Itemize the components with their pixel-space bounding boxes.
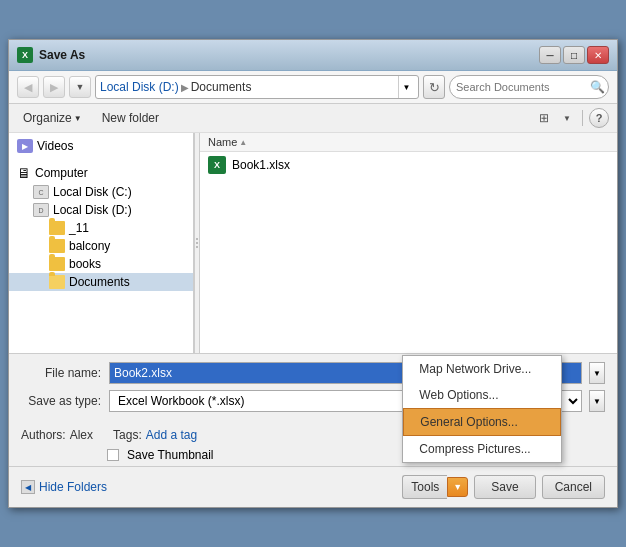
new-folder-button[interactable]: New folder [96,109,165,127]
excel-app-icon: X [17,47,33,63]
folder-documents-label: Documents [69,275,130,289]
breadcrumb: Local Disk (D:) ▶ Documents [100,80,251,94]
tools-dropdown-menu: Map Network Drive... Web Options... Gene… [402,355,562,463]
navigation-toolbar: ◀ ▶ ▼ Local Disk (D:) ▶ Documents ▼ ↻ 🔍 [9,71,617,104]
menu-item-general-options[interactable]: General Options... [403,408,561,436]
tools-main[interactable]: Tools [402,475,447,499]
videos-label: Videos [37,139,73,153]
thumbnail-text: Save Thumbnail [127,448,214,462]
hide-folders-label: Hide Folders [39,480,107,494]
spacer [9,155,193,163]
folder-books-icon [49,257,65,271]
tags-value[interactable]: Add a tag [146,428,197,442]
action-bar: Organize ▼ New folder ⊞ ▼ ? [9,104,617,133]
maximize-button[interactable]: □ [563,46,585,64]
splitter-dot [196,242,198,244]
authors-item: Authors: Alex [21,428,93,442]
close-button[interactable]: ✕ [587,46,609,64]
folder-11-icon [49,221,65,235]
window-controls: ─ □ ✕ [539,46,609,64]
separator [582,110,583,126]
breadcrumb-arrow: ▶ [181,82,189,93]
menu-item-web-options[interactable]: Web Options... [403,382,561,408]
title-bar: X Save As ─ □ ✕ [9,40,617,71]
organize-button[interactable]: Organize ▼ [17,109,88,127]
cancel-button[interactable]: Cancel [542,475,605,499]
sidebar-item-balcony[interactable]: balcony [9,237,193,255]
main-content: ▶ Videos 🖥 Computer C Local Disk (C:) D … [9,133,617,353]
authors-value: Alex [70,428,93,442]
view-mode-button[interactable]: ⊞ [534,108,554,128]
name-column-label: Name [208,136,237,148]
computer-icon: 🖥 [17,165,31,181]
sidebar-item-videos[interactable]: ▶ Videos [9,137,193,155]
back-button[interactable]: ◀ [17,76,39,98]
thumbnail-label[interactable]: Save Thumbnail [107,448,214,462]
save-button[interactable]: Save [474,475,535,499]
folder-balcony-icon [49,239,65,253]
breadcrumb-bar[interactable]: Local Disk (D:) ▶ Documents ▼ [95,75,419,99]
folder-balcony-label: balcony [69,239,110,253]
minimize-button[interactable]: ─ [539,46,561,64]
sidebar-item-drive-c[interactable]: C Local Disk (C:) [9,183,193,201]
folder-documents-icon [49,275,65,289]
excel-file-icon: X [208,156,226,174]
search-box[interactable]: 🔍 [449,75,609,99]
action-buttons: Map Network Drive... Web Options... Gene… [402,475,605,499]
sort-icon: ▲ [239,138,247,147]
sidebar-item-books[interactable]: books [9,255,193,273]
splitter-dot [196,246,198,248]
dialog-title: Save As [39,48,85,62]
view-controls: ⊞ ▼ ? [534,108,609,128]
menu-item-map-network[interactable]: Map Network Drive... [403,356,561,382]
forward-button[interactable]: ▶ [43,76,65,98]
right-pane: Name ▲ X Book1.xlsx [200,133,617,353]
help-button[interactable]: ? [589,108,609,128]
tags-item: Tags: Add a tag [113,428,197,442]
tools-button[interactable]: Tools ▼ [402,475,468,499]
authors-label: Authors: [21,428,66,442]
column-header[interactable]: Name ▲ [200,133,617,152]
savetype-dropdown[interactable]: ▼ [589,390,605,412]
drive-d-icon: D [33,203,49,217]
refresh-button[interactable]: ↻ [423,75,445,99]
file-name: Book1.xlsx [232,158,290,172]
computer-label: Computer [35,166,88,180]
menu-item-compress-pictures[interactable]: Compress Pictures... [403,436,561,462]
sidebar-item-11[interactable]: _11 [9,219,193,237]
savetype-label: Save as type: [21,394,101,408]
tags-label: Tags: [113,428,142,442]
breadcrumb-dropdown[interactable]: ▼ [398,76,414,98]
breadcrumb-root[interactable]: Local Disk (D:) [100,80,179,94]
file-item[interactable]: X Book1.xlsx [200,152,617,178]
filename-label: File name: [21,366,101,380]
save-as-dialog: X Save As ─ □ ✕ ◀ ▶ ▼ Local Disk (D:) ▶ … [8,39,618,508]
organize-label: Organize [23,111,72,125]
hide-folders-button[interactable]: ◀ Hide Folders [21,480,107,494]
tools-dropdown-arrow[interactable]: ▼ [447,477,468,497]
up-button[interactable]: ▼ [69,76,91,98]
search-icon[interactable]: 🔍 [590,80,605,94]
folder-11-label: _11 [69,221,89,235]
sidebar-item-drive-d[interactable]: D Local Disk (D:) [9,201,193,219]
bottom-bar: ◀ Hide Folders Map Network Drive... Web … [9,466,617,507]
filename-dropdown[interactable]: ▼ [589,362,605,384]
organize-arrow: ▼ [74,114,82,123]
sidebar-item-computer[interactable]: 🖥 Computer [9,163,193,183]
hide-folders-icon: ◀ [21,480,35,494]
left-pane: ▶ Videos 🖥 Computer C Local Disk (C:) D … [9,133,194,353]
breadcrumb-current: Documents [191,80,252,94]
view-arrow-button[interactable]: ▼ [558,111,576,126]
drive-c-icon: C [33,185,49,199]
splitter-dot [196,238,198,240]
folder-books-label: books [69,257,101,271]
drive-d-label: Local Disk (D:) [53,203,132,217]
sidebar-item-documents[interactable]: Documents [9,273,193,291]
videos-icon: ▶ [17,139,33,153]
search-input[interactable] [456,81,586,93]
thumbnail-checkbox[interactable] [107,449,119,461]
drive-c-label: Local Disk (C:) [53,185,132,199]
title-bar-left: X Save As [17,47,85,63]
